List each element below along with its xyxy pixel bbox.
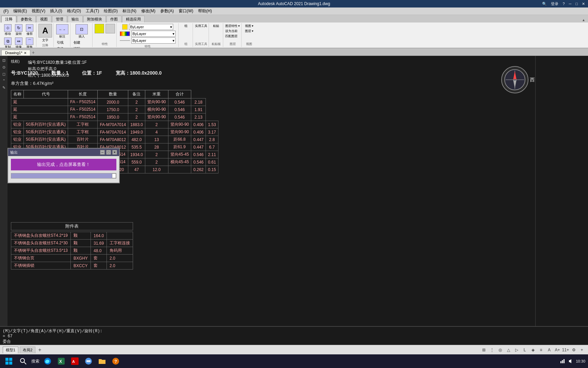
- status-tab-layout2[interactable]: 布局2: [20, 347, 35, 353]
- left-tool-3[interactable]: ◻: [1, 71, 7, 77]
- linetype-dropdown[interactable]: ByLayer ▾: [131, 37, 176, 44]
- status-tab-model[interactable]: 模型1: [3, 347, 18, 353]
- attach-qty-2: 31.69: [91, 240, 107, 247]
- fillet-button[interactable]: ⌒ 圆角: [24, 37, 35, 48]
- color-btn[interactable]: [120, 31, 130, 36]
- minimize-btn[interactable]: ─: [567, 1, 573, 6]
- doc-tab-add[interactable]: +: [30, 49, 36, 56]
- tab-output[interactable]: 输出: [68, 16, 83, 22]
- status-sel-btn[interactable]: 11+: [562, 347, 569, 353]
- taskbar-excel-icon[interactable]: X: [56, 356, 67, 366]
- left-tool-5[interactable]: ✎: [1, 85, 7, 91]
- taskbar-search-icon[interactable]: [18, 356, 29, 366]
- trim-button[interactable]: ✂ 修剪: [24, 24, 35, 36]
- layer-dropdown[interactable]: ByLayer ▾: [129, 24, 173, 30]
- tab-param[interactable]: 参数化: [17, 16, 36, 22]
- view-match-btn[interactable]: 匹配图层: [225, 34, 240, 39]
- dialog-success-message[interactable]: 输出完成，点击屏幕查看！: [11, 159, 116, 170]
- menu-item-help[interactable]: 帮助(H): [196, 7, 214, 15]
- view-type-btn[interactable]: 视图 ▾: [245, 24, 254, 28]
- menu-item-view[interactable]: 视图(V): [30, 7, 47, 15]
- maximize-btn[interactable]: □: [574, 1, 579, 6]
- tray-network-icon[interactable]: [559, 358, 566, 364]
- status-grid-btn[interactable]: ⊞: [480, 347, 487, 353]
- help-btn[interactable]: ?: [561, 1, 566, 6]
- taskbar-help-icon[interactable]: ?: [110, 356, 121, 366]
- status-otrack-btn[interactable]: ▷: [513, 347, 520, 353]
- doc-tab-drawing1[interactable]: Drawing1* ✕: [1, 50, 30, 56]
- status-dyn-btn[interactable]: ◈: [529, 347, 536, 353]
- dialog-min-btn[interactable]: ─: [100, 150, 105, 155]
- left-tool-2[interactable]: ⊙: [1, 64, 7, 70]
- taskbar-app4-icon[interactable]: [83, 356, 94, 366]
- taskbar: 搜索 X A ?: [0, 354, 588, 368]
- doc-tab-close[interactable]: ✕: [24, 51, 27, 55]
- menu-item-param[interactable]: 参数(A): [158, 7, 176, 15]
- dim-button[interactable]: ←→ 标注: [56, 24, 69, 39]
- layer-btn[interactable]: [122, 24, 128, 30]
- tab-addon[interactable]: 附加模块: [83, 16, 106, 22]
- status-snap-btn[interactable]: ⋮: [489, 347, 495, 353]
- copy-button[interactable]: ⧉ 复制: [3, 37, 13, 48]
- match-props-button[interactable]: [95, 24, 104, 33]
- menu-item-edit[interactable]: 编辑(E): [11, 7, 29, 15]
- status-tab-add[interactable]: +: [37, 347, 43, 353]
- menu-item-file[interactable]: (F): [1, 8, 11, 14]
- tab-draw[interactable]: 作图: [107, 16, 121, 22]
- edit-block-button[interactable]: 编辑: [72, 46, 91, 48]
- view-isolate-btn[interactable]: 设为当前: [225, 29, 240, 33]
- menu-item-modify[interactable]: 修改(M): [139, 7, 158, 15]
- view-layer-btn[interactable]: 图层 ▾: [245, 29, 254, 33]
- status-settings-btn[interactable]: ⚙: [570, 347, 577, 353]
- rotate-button[interactable]: ↻ 旋转: [14, 24, 24, 36]
- tab-view[interactable]: 视图: [36, 16, 51, 22]
- menu-item-insert[interactable]: 插入(I): [48, 7, 64, 15]
- left-tool-1[interactable]: ⊡: [1, 57, 7, 63]
- color-dropdown[interactable]: ByLayer ▾: [131, 31, 176, 37]
- table-button[interactable]: 表格: [56, 46, 69, 48]
- taskbar-autocad-icon[interactable]: A: [69, 356, 80, 366]
- row1-code: FA－F502514: [68, 98, 98, 106]
- status-ucs-btn[interactable]: L: [521, 347, 528, 353]
- move-button[interactable]: ⊹ 移动: [3, 24, 13, 36]
- create-block-button[interactable]: 创建: [72, 40, 91, 45]
- left-tool-4[interactable]: ⌃: [1, 78, 7, 84]
- mirror-button[interactable]: ⇔ 镜像: [14, 37, 24, 48]
- menu-item-tools[interactable]: 工具(T): [84, 7, 101, 15]
- clock-display[interactable]: 10:30: [576, 359, 585, 363]
- ribbon-more-btn[interactable]: ▲: [581, 17, 587, 22]
- search-btn[interactable]: 🔍: [540, 1, 549, 6]
- status-tmode-btn[interactable]: A: [546, 347, 553, 353]
- dialog-restore-btn[interactable]: □: [106, 150, 111, 155]
- view-layers-btn[interactable]: 图层特性 ▾: [225, 24, 240, 28]
- taskbar-files-icon[interactable]: [97, 356, 108, 366]
- close-btn[interactable]: ✕: [580, 1, 587, 6]
- start-button[interactable]: [3, 356, 15, 366]
- group-label: 组: [184, 24, 187, 28]
- menu-item-format[interactable]: 格式(O): [65, 7, 83, 15]
- menu-item-draw[interactable]: 绘图(D): [102, 7, 120, 15]
- menu-item-annotate[interactable]: 标注(N): [120, 7, 138, 15]
- login-btn[interactable]: 登录: [549, 1, 560, 7]
- text-button[interactable]: A: [38, 24, 52, 37]
- menu-item-window[interactable]: 窗口(W): [177, 7, 195, 15]
- insert-button[interactable]: ⊡ 插入: [72, 24, 91, 39]
- linetype-btn[interactable]: [120, 40, 130, 41]
- status-osnap-btn[interactable]: △: [505, 347, 512, 353]
- taskbar-edge-icon[interactable]: [42, 356, 53, 366]
- tab-manage[interactable]: 管理: [52, 16, 67, 22]
- taskbar-search-text[interactable]: 搜索: [31, 358, 39, 364]
- dialog-progress-thumb[interactable]: [112, 173, 116, 178]
- leader-button[interactable]: 引线: [56, 40, 69, 45]
- status-qp-btn[interactable]: A+: [554, 347, 561, 353]
- status-plus-btn[interactable]: +: [578, 347, 585, 353]
- tab-featured[interactable]: 精选应用: [122, 16, 145, 22]
- svg-rect-7: [5, 362, 9, 365]
- tray-sound-icon[interactable]: [568, 358, 574, 364]
- status-lw-btn[interactable]: ≡: [538, 347, 544, 353]
- tab-home[interactable]: 注释: [1, 16, 16, 22]
- props-button[interactable]: [105, 24, 115, 33]
- row4-mat: 铝业: [11, 121, 24, 128]
- status-polar-btn[interactable]: ◎: [497, 347, 504, 353]
- dialog-close-btn[interactable]: ✕: [112, 150, 117, 155]
